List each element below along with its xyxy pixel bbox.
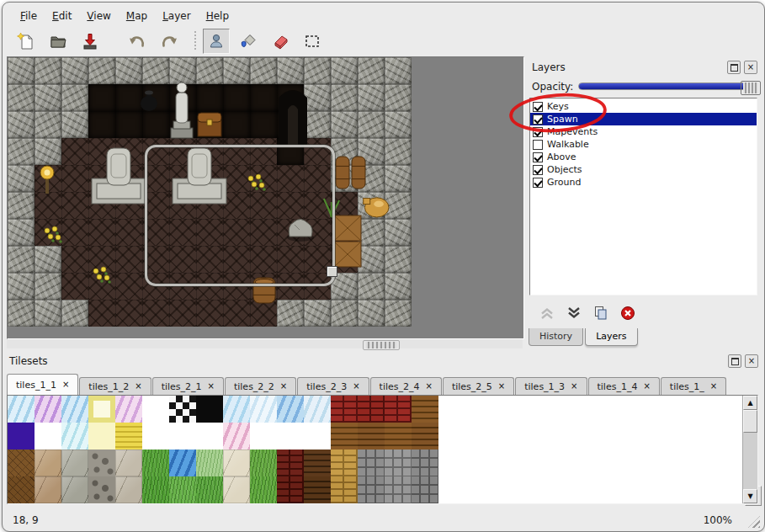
splitter-grip[interactable] [363,340,400,350]
dock-tab-history[interactable]: History [529,328,583,346]
palette-tile[interactable] [223,423,250,450]
fill-tool-button[interactable] [235,29,262,54]
menu-item-map[interactable]: Map [119,8,155,24]
scrollbar-thumb[interactable] [743,410,757,433]
palette-tile[interactable] [304,396,331,423]
scroll-down-button[interactable]: ▼ [743,489,757,503]
palette-tile[interactable] [142,476,169,503]
palette-tile[interactable] [223,396,250,423]
tileset-tab-tiles_2_3[interactable]: tiles_2_3× [297,377,369,395]
undo-button[interactable] [124,29,151,54]
palette-tile[interactable] [385,450,412,476]
tab-close-icon[interactable]: × [710,382,717,391]
layer-row-ground[interactable]: Ground [530,176,757,189]
menu-item-file[interactable]: File [13,8,45,24]
palette-tile[interactable] [277,476,304,503]
palette-tile[interactable] [331,423,358,450]
palette-tile[interactable] [196,423,223,450]
tileset-tab-tiles_1_3[interactable]: tiles_1_3× [515,377,587,395]
layer-lower-button[interactable] [565,304,583,322]
palette-tile[interactable] [142,450,169,476]
palette-tile[interactable] [115,476,142,503]
tilesets-close-button[interactable]: × [745,354,758,368]
tileset-tab-tiles_1_1[interactable]: tiles_1_1× [7,374,78,395]
palette-tile[interactable] [412,476,438,503]
tileset-tab-tiles_2_1[interactable]: tiles_2_1× [152,377,224,395]
slider-handle[interactable] [741,81,761,95]
palette-tile[interactable] [358,450,385,476]
select-tool-button[interactable] [299,29,326,54]
tab-close-icon[interactable]: × [208,382,215,391]
palette-tile[interactable] [35,476,61,503]
tileset-tab-tiles_2_5[interactable]: tiles_2_5× [443,377,514,395]
palette-tile[interactable] [196,450,223,476]
palette-tile[interactable] [412,423,438,450]
palette-tile[interactable] [61,450,88,476]
palette-tile[interactable] [35,450,61,476]
palette-tile[interactable] [358,476,385,503]
save-button[interactable] [77,29,104,54]
layer-delete-button[interactable] [619,304,637,322]
palette-tile[interactable] [250,450,277,476]
open-button[interactable] [45,29,72,54]
palette-tile[interactable] [88,450,115,476]
opacity-slider[interactable] [578,81,757,92]
palette-tile[interactable] [35,423,61,450]
layer-visibility-checkbox[interactable] [533,178,543,188]
tab-close-icon[interactable]: × [425,382,432,391]
palette-tile[interactable] [250,396,277,423]
palette-tile[interactable] [385,476,412,503]
layer-visibility-checkbox[interactable] [533,127,543,137]
tab-close-icon[interactable]: × [62,380,69,389]
palette-tile[interactable] [250,423,277,450]
menu-item-edit[interactable]: Edit [45,8,79,24]
palette-tile[interactable] [412,396,438,423]
layer-row-mapevents[interactable]: Mapevents [530,125,757,138]
splitter[interactable] [7,339,523,348]
palette-tile[interactable] [35,396,61,423]
palette-tile[interactable] [196,476,223,503]
layer-row-spawn[interactable]: Spawn [530,113,757,125]
map-viewport[interactable] [8,57,412,327]
palette-tile[interactable] [8,476,35,503]
selection-resize-handle[interactable] [327,266,337,277]
tileset-tab-tiles_1_4[interactable]: tiles_1_4× [588,377,660,395]
layer-row-above[interactable]: Above [530,151,757,163]
palette-tile[interactable] [385,396,412,423]
palette-tile[interactable] [88,396,115,423]
tileset-tab-tiles_1_2[interactable]: tiles_1_2× [79,377,151,395]
tilesets-float-button[interactable] [728,354,741,368]
layer-duplicate-button[interactable] [592,304,610,322]
new-button[interactable] [13,29,40,54]
tab-close-icon[interactable]: × [571,382,577,391]
tileset-tab-tiles_1[interactable]: tiles_1_× [661,377,726,395]
menu-item-help[interactable]: Help [199,8,236,24]
tab-close-icon[interactable]: × [643,382,650,391]
resize-grip[interactable] [748,516,760,528]
palette-tile[interactable] [169,476,196,503]
tab-close-icon[interactable]: × [135,382,141,391]
palette-tile[interactable] [115,396,142,423]
menu-item-view[interactable]: View [79,8,118,24]
palette-tile[interactable] [115,423,142,450]
palette-tile[interactable] [304,450,331,476]
palette-tile[interactable] [412,450,438,476]
palette-tile[interactable] [115,450,142,476]
scroll-up-button[interactable]: ▲ [743,396,757,410]
layer-visibility-checkbox[interactable] [533,152,543,162]
layers-close-button[interactable]: × [744,61,757,74]
tab-close-icon[interactable]: × [353,382,359,391]
stamp-tool-button[interactable] [203,29,230,54]
palette-tile[interactable] [88,423,115,450]
palette-tile[interactable] [358,396,385,423]
layer-row-walkable[interactable]: Walkable [530,138,757,151]
palette-tile[interactable] [61,396,88,423]
redo-button[interactable] [156,29,183,54]
palette-tile[interactable] [142,396,169,423]
tileset-scrollbar[interactable]: ▲ ▼ [742,396,757,503]
layer-visibility-checkbox[interactable] [533,165,543,175]
palette-tile[interactable] [61,423,88,450]
palette-tile[interactable] [304,423,331,450]
palette-tile[interactable] [8,396,35,423]
palette-tile[interactable] [304,476,331,503]
